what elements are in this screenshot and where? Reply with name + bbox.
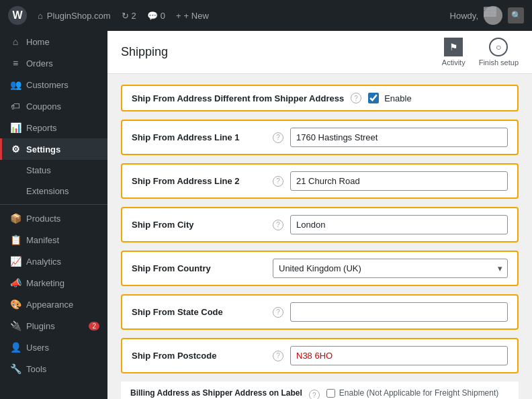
sidebar-divider — [0, 204, 107, 205]
comments-link[interactable]: 💬 0 — [147, 11, 165, 21]
city-row: Ship From City ? — [121, 207, 519, 242]
coupons-nav-icon: 🏷 — [10, 101, 21, 112]
sidebar-item-settings[interactable]: ⚙ Settings — [0, 138, 107, 160]
sidebar-item-users[interactable]: 👤 Users — [0, 337, 107, 358]
billing-help-icon[interactable]: ? — [309, 390, 320, 399]
sidebar-label-tools: Tools — [26, 364, 46, 374]
address2-help-icon[interactable]: ? — [273, 176, 283, 187]
site-link[interactable]: ⌂ PluginShop.com — [38, 11, 111, 21]
finish-setup-button[interactable]: ○ Finish setup — [479, 38, 519, 66]
enable-label: Enable — [384, 93, 411, 103]
sidebar-item-tools[interactable]: 🔧 Tools — [0, 358, 107, 380]
plugins-nav-icon: 🔌 — [10, 320, 21, 331]
updates-icon: ↻ — [122, 11, 129, 21]
ship-from-diff-label: Ship From Address Different from Shipper… — [132, 93, 344, 103]
search-icon[interactable]: 🔍 — [508, 7, 524, 24]
country-select[interactable]: United Kingdom (UK) — [273, 259, 508, 278]
comments-icon: 💬 — [147, 11, 158, 21]
users-nav-icon: 👤 — [10, 342, 21, 353]
activity-label: Activity — [442, 58, 466, 66]
city-label: Ship From City — [132, 220, 266, 230]
sidebar-label-marketing: Marketing — [26, 278, 64, 288]
address2-input[interactable] — [290, 171, 508, 191]
state-row: Ship From State Code ? — [121, 294, 519, 330]
address1-label: Ship From Address Line 1 — [132, 132, 266, 142]
billing-check-label: Enable (Not Applicable for Freight Shipm… — [339, 388, 498, 398]
sidebar-label-users: Users — [26, 343, 49, 353]
postcode-input[interactable] — [290, 346, 508, 365]
sidebar-item-customers[interactable]: 👥 Customers — [0, 74, 107, 95]
activity-button[interactable]: ⚑ Activity — [442, 38, 466, 66]
postcode-label: Ship From Postcode — [132, 351, 266, 361]
home-icon: ⌂ — [38, 11, 43, 21]
enable-section: Enable — [368, 93, 411, 103]
sidebar-label-home: Home — [26, 37, 50, 47]
finish-setup-label: Finish setup — [479, 58, 519, 66]
country-select-wrapper: United Kingdom (UK) ▾ — [273, 259, 508, 278]
sidebar-label-settings: Settings — [26, 144, 60, 154]
billing-label: Billing Address as Shipper Address on La… — [130, 388, 302, 398]
billing-checkbox[interactable] — [326, 389, 335, 398]
content-area: Shipping ⚑ Activity ○ Finish setup Ship … — [107, 31, 532, 399]
sidebar-label-appearance: Appearance — [26, 300, 73, 310]
page-header: Shipping ⚑ Activity ○ Finish setup — [107, 31, 532, 74]
appearance-nav-icon: 🎨 — [10, 299, 21, 310]
sidebar-item-analytics[interactable]: 📈 Analytics — [0, 251, 107, 272]
plugins-badge: 2 — [89, 322, 99, 330]
address2-row: Ship From Address Line 2 ? — [121, 163, 519, 199]
postcode-row: Ship From Postcode ? — [121, 338, 519, 373]
country-row: Ship From Country United Kingdom (UK) ▾ — [121, 251, 519, 286]
customers-nav-icon: 👥 — [10, 79, 21, 90]
ship-from-diff-row: Ship From Address Different from Shipper… — [121, 85, 519, 112]
city-input[interactable] — [290, 215, 508, 234]
avatar: ▓▓ — [484, 6, 502, 25]
state-input[interactable] — [290, 302, 508, 322]
sidebar-item-plugins[interactable]: 🔌 Plugins 2 — [0, 315, 107, 337]
reports-nav-icon: 📊 — [10, 122, 21, 133]
sidebar-item-appearance[interactable]: 🎨 Appearance — [0, 294, 107, 315]
sidebar-item-products[interactable]: 📦 Products — [0, 208, 107, 229]
ship-from-diff-help-icon[interactable]: ? — [351, 93, 361, 103]
sidebar-label-coupons: Coupons — [26, 101, 61, 112]
sidebar-item-manifest[interactable]: 📋 Manifest — [0, 229, 107, 251]
postcode-help-icon[interactable]: ? — [273, 351, 283, 361]
state-help-icon[interactable]: ? — [273, 307, 283, 318]
sidebar-label-products: Products — [26, 214, 60, 224]
sidebar-label-manifest: Manifest — [26, 235, 59, 245]
marketing-nav-icon: 📣 — [10, 277, 21, 288]
new-label: + New — [184, 11, 209, 21]
manifest-nav-icon: 📋 — [10, 234, 21, 245]
address1-input[interactable] — [290, 128, 508, 147]
main-layout: ⌂ Home ≡ Orders 👥 Customers 🏷 Coupons 📊 … — [0, 31, 532, 399]
sidebar-item-status[interactable]: Status — [0, 160, 107, 181]
header-actions: ⚑ Activity ○ Finish setup — [442, 38, 519, 66]
home-nav-icon: ⌂ — [10, 36, 21, 47]
enable-checkbox[interactable] — [368, 93, 379, 103]
settings-nav-icon: ⚙ — [10, 144, 21, 154]
state-label: Ship From State Code — [132, 307, 266, 317]
address1-help-icon[interactable]: ? — [273, 132, 283, 143]
orders-nav-icon: ≡ — [10, 58, 21, 69]
page-title: Shipping — [121, 45, 168, 59]
address1-row: Ship From Address Line 1 ? — [121, 120, 519, 155]
sidebar-label-orders: Orders — [26, 58, 53, 69]
sidebar-item-orders[interactable]: ≡ Orders — [0, 52, 107, 74]
new-content-button[interactable]: + + New — [176, 11, 209, 21]
city-help-icon[interactable]: ? — [273, 220, 283, 230]
updates-link[interactable]: ↻ 2 — [122, 11, 136, 21]
site-name-text: PluginShop.com — [47, 11, 111, 21]
country-label: Ship From Country — [132, 263, 266, 273]
wp-logo-icon[interactable]: W — [8, 6, 27, 25]
sidebar-item-home[interactable]: ⌂ Home — [0, 31, 107, 52]
howdy-section: Howdy, ▓▓ 🔍 — [450, 6, 524, 25]
address2-label: Ship From Address Line 2 — [132, 176, 266, 186]
howdy-text: Howdy, — [450, 11, 478, 21]
sidebar-item-coupons[interactable]: 🏷 Coupons — [0, 95, 107, 117]
billing-check-section: Enable (Not Applicable for Freight Shipm… — [326, 388, 498, 398]
admin-bar: W ⌂ PluginShop.com ↻ 2 💬 0 + + New Howdy… — [0, 0, 532, 31]
sidebar-item-extensions[interactable]: Extensions — [0, 181, 107, 202]
analytics-nav-icon: 📈 — [10, 256, 21, 267]
sidebar-item-marketing[interactable]: 📣 Marketing — [0, 272, 107, 294]
sidebar-label-reports: Reports — [26, 123, 57, 133]
sidebar-item-reports[interactable]: 📊 Reports — [0, 117, 107, 138]
